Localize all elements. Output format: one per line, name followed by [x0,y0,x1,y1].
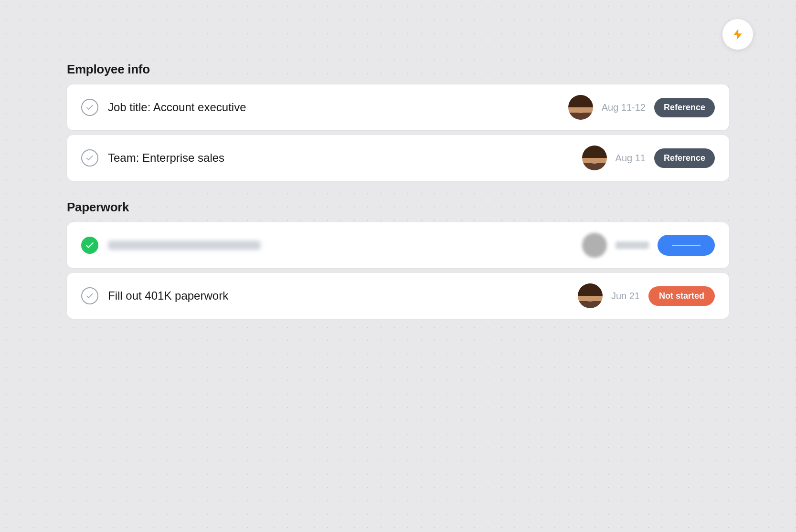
paperwork-section: Paperwork [67,200,729,319]
blurred-date [616,241,649,249]
avatar-face-401k [578,283,603,308]
team-right: Aug 11 Reference [582,146,715,170]
check-circle-filled-blurred [81,237,98,254]
checkmark-icon-filled [85,240,95,250]
avatar-face [568,95,593,120]
team-avatar [582,146,607,170]
avatar-face-team [582,146,607,170]
team-date: Aug 11 [616,153,646,164]
blurred-badge[interactable] [658,235,715,256]
401k-right: Jun 21 Not started [578,283,715,308]
401k-avatar [578,283,603,308]
employee-info-section: Employee info Job title: Account executi… [67,62,729,181]
check-circle-401k [81,287,98,304]
blurred-avatar [582,233,607,258]
not-started-badge[interactable]: Not started [648,286,715,306]
lightning-icon [731,28,744,41]
blurred-task-label [108,240,261,250]
job-title-label: Job title: Account executive [108,101,559,114]
team-label: Team: Enterprise sales [108,151,573,165]
checkmark-icon-team [85,153,95,163]
job-title-avatar [568,95,593,120]
check-circle-team [81,149,98,167]
main-container: Employee info Job title: Account executi… [67,62,729,338]
badge-blue-line [672,245,700,246]
employee-info-cards: Job title: Account executive Aug 11-12 R… [67,84,729,181]
job-title-reference-badge[interactable]: Reference [654,98,715,117]
checkmark-icon-401k [85,291,95,301]
401k-card: Fill out 401K paperwork Jun 21 Not start… [67,273,729,319]
team-reference-badge[interactable]: Reference [654,148,715,168]
blurred-right [582,233,715,258]
job-title-card: Job title: Account executive Aug 11-12 R… [67,84,729,130]
lightning-button[interactable] [722,19,753,50]
job-title-right: Aug 11-12 Reference [568,95,715,120]
401k-date: Jun 21 [611,291,640,302]
paperwork-title: Paperwork [67,200,729,215]
employee-info-title: Employee info [67,62,729,77]
paperwork-cards: Fill out 401K paperwork Jun 21 Not start… [67,222,729,319]
job-title-date: Aug 11-12 [602,102,646,113]
401k-label: Fill out 401K paperwork [108,289,568,303]
blurred-task-card [67,222,729,268]
check-circle-job-title [81,99,98,116]
team-card: Team: Enterprise sales Aug 11 Reference [67,135,729,181]
checkmark-icon [85,103,95,112]
